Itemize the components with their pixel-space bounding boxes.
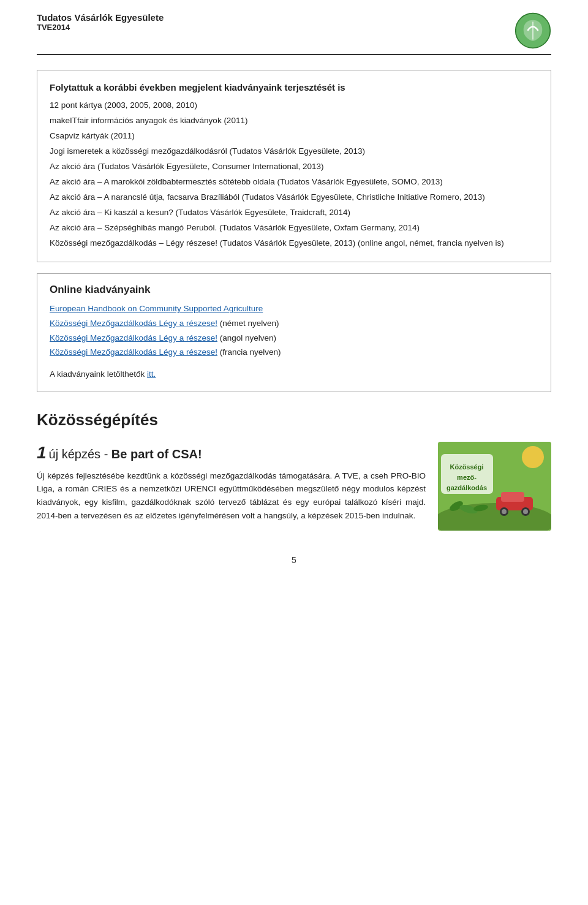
online-section-box: Online kiadványaink European Handbook on… (37, 273, 551, 392)
english-suffix: (angol nyelven) (217, 333, 276, 343)
svg-text:Közösségi: Közösségi (450, 463, 483, 471)
header-text: Tudatos Vásárlók Egyesülete TVE2014 (37, 12, 164, 32)
download-link[interactable]: itt. (147, 369, 156, 379)
online-link-3-row: Közösségi Mezőgazdálkodás Légy a részese… (50, 331, 538, 345)
online-link-1-row: European Handbook on Community Supported… (50, 302, 538, 316)
community-heading: Közösségépítés (37, 411, 551, 430)
community-section-header: Közösségépítés (37, 411, 551, 430)
csa-body: Új képzés fejlesztésébe kezdtünk a közös… (37, 469, 426, 522)
footer-text: A kiadványaink letölthetők (50, 369, 147, 379)
org-name: Tudatos Vásárlók Egyesülete (37, 12, 164, 23)
csa-heading: 1új képzés - Be part of CSA! (37, 442, 426, 464)
svg-text:gazdálkodás: gazdálkodás (447, 484, 487, 491)
kozossegi-french-link[interactable]: Közösségi Mezőgazdálkodás Légy a részese… (50, 347, 217, 357)
csa-heading-normal: új képzés - (49, 447, 111, 461)
org-logo (514, 12, 551, 49)
svg-text:mező-: mező- (457, 474, 477, 481)
footer-download: A kiadványaink letölthetők itt. (50, 368, 538, 381)
csa-image: Közösségi mező- gazdálkodás (438, 442, 551, 531)
csa-section: 1új képzés - Be part of CSA! Új képzés f… (37, 442, 551, 531)
item-6: Az akció ára – A marokkói zöldbabtermesz… (50, 176, 538, 189)
main-content-box: Folytattuk a korábbi években megjelent k… (37, 70, 551, 262)
item-3: Csapvíz kártyák (2011) (50, 130, 538, 143)
item-1: 12 pont kártya (2003, 2005, 2008, 2010) (50, 99, 538, 112)
item-4: Jogi ismeretek a közösségi mezőgazdálkod… (50, 145, 538, 158)
french-suffix: (francia nyelven) (217, 347, 281, 357)
year-label: TVE2014 (37, 23, 164, 32)
csa-text-block: 1új képzés - Be part of CSA! Új képzés f… (37, 442, 426, 522)
online-link-2-row: Közösségi Mezőgazdálkodás Légy a részese… (50, 317, 538, 330)
svg-point-10 (523, 509, 528, 514)
svg-point-8 (502, 509, 507, 514)
csa-heading-bold: Be part of CSA! (111, 447, 202, 461)
kozossegi-english-link[interactable]: Közösségi Mezőgazdálkodás Légy a részese… (50, 333, 217, 343)
item-7: Az akció ára – A narancslé útja, facsarv… (50, 191, 538, 204)
kozossegi-german-link[interactable]: Közösségi Mezőgazdálkodás Légy a részese… (50, 319, 217, 328)
csa-image-inner: Közösségi mező- gazdálkodás (438, 442, 551, 531)
online-link-4-row: Közösségi Mezőgazdálkodás Légy a részese… (50, 346, 538, 359)
european-handbook-link[interactable]: European Handbook on Community Supported… (50, 304, 263, 313)
page-header: Tudatos Vásárlók Egyesülete TVE2014 (37, 12, 551, 55)
item-10: Közösségi mezőgazdálkodás – Légy részese… (50, 237, 538, 250)
svg-point-4 (522, 446, 544, 468)
csa-illustration: Közösségi mező- gazdálkodás (438, 442, 551, 531)
item-9: Az akció ára – Szépséghibás mangó Perubó… (50, 222, 538, 235)
page-number: 5 (37, 555, 551, 565)
main-heading: Folytattuk a korábbi években megjelent k… (50, 80, 538, 94)
item-8: Az akció ára – Ki kaszál a kesun? (Tudat… (50, 206, 538, 219)
german-suffix: (német nyelven) (217, 319, 279, 328)
csa-number: 1 (37, 443, 47, 462)
online-heading: Online kiadványaink (50, 284, 538, 296)
svg-rect-6 (501, 492, 524, 502)
item-5: Az akció ára (Tudatos Vásárlók Egyesület… (50, 161, 538, 173)
item-2: makeITfair információs anyagok és kiadvá… (50, 115, 538, 127)
